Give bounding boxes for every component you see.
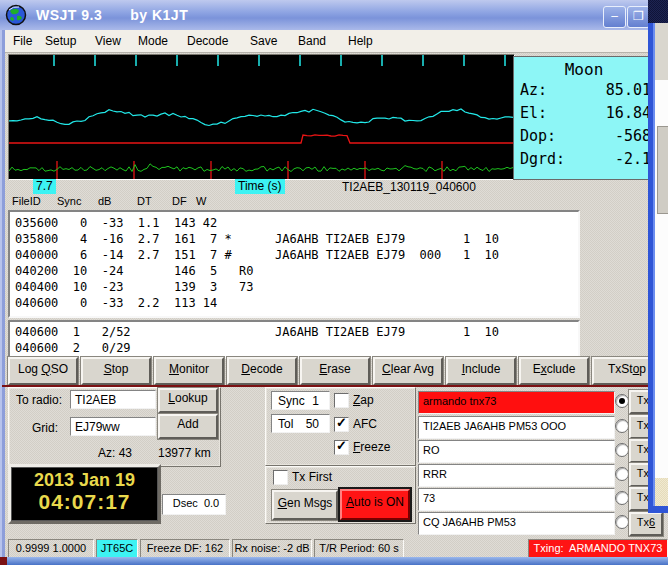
log-qso-button[interactable]: Log QSO: [8, 357, 78, 385]
menu-save[interactable]: Save: [250, 34, 277, 48]
distance-readout: 13977 km: [158, 446, 211, 460]
include-button[interactable]: Include: [446, 357, 516, 385]
to-radio-label: To radio:: [16, 393, 62, 407]
menu-file[interactable]: File: [13, 34, 32, 48]
background-window-titlebar: [648, 0, 668, 23]
tx1-radio[interactable]: [615, 394, 629, 408]
col-fileid: FileID: [12, 195, 41, 207]
current-file-label: TI2AEB_130119_040600: [342, 180, 476, 194]
tx-message-4[interactable]: RRR: [418, 464, 615, 487]
background-window-fragment: [648, 0, 668, 513]
lookup-button[interactable]: Lookup: [158, 388, 218, 413]
tx-message-1[interactable]: armando tnx73: [418, 391, 615, 414]
decode-output-area[interactable]: 035600 0 -33 1.1 143 42 035800 4 -16 2.7…: [8, 210, 580, 318]
globe-icon: [5, 4, 27, 26]
freeze-checkbox[interactable]: [334, 440, 349, 455]
clock-date: 2013 Jan 19: [11, 470, 158, 490]
zap-checkbox[interactable]: [334, 393, 349, 408]
decode-line: 035600 0 -33 1.1 143 42: [15, 215, 578, 231]
auto-toggle-button[interactable]: Auto is ON: [340, 489, 410, 520]
moon-az-value: 85.01: [606, 79, 651, 102]
moon-el-label: El:: [520, 102, 547, 125]
tx-message-5[interactable]: 73: [418, 488, 615, 511]
freeze-label: Freeze: [353, 440, 390, 454]
tol-value: 50: [306, 417, 319, 432]
menu-band[interactable]: Band: [298, 34, 326, 48]
moon-dgrd-label: Dgrd:: [520, 148, 565, 171]
tx6-radio[interactable]: [615, 515, 629, 529]
afc-label: AFC: [353, 417, 377, 431]
window-title: WSJT 9.3by K1JT: [36, 7, 188, 23]
moon-dop-value: -568: [615, 125, 651, 148]
exclude-button[interactable]: Exclude: [519, 357, 589, 385]
tx-message-6[interactable]: CQ JA6AHB PM53: [418, 512, 615, 535]
window-left-border: [0, 30, 5, 557]
taskbar-corner: [0, 557, 7, 565]
menu-bar: File Setup View Mode Decode Save Band He…: [5, 30, 668, 53]
tx2-radio[interactable]: [615, 419, 629, 433]
minimize-button[interactable]: –: [603, 6, 626, 28]
monitor-button[interactable]: Monitor: [154, 357, 224, 385]
sync-label: Sync: [278, 394, 305, 409]
clock-time: 04:07:17: [11, 490, 158, 514]
utc-clock: 2013 Jan 19 04:07:17: [8, 464, 161, 524]
erase-button[interactable]: Erase: [300, 357, 370, 385]
sync-spinner[interactable]: Sync1: [271, 391, 330, 410]
sync-value: 1: [312, 394, 319, 409]
background-window-statusbar: [655, 478, 668, 506]
stop-button[interactable]: Stop: [81, 357, 151, 385]
decode-column-headers: FileID Sync dB DT DF W: [0, 195, 600, 209]
tx-first-checkbox[interactable]: [273, 470, 288, 485]
decode-button[interactable]: Decode: [227, 357, 297, 385]
background-window-bottom-border: [648, 506, 668, 513]
col-dt: DT: [137, 195, 152, 207]
col-w: W: [196, 195, 206, 207]
avg-line: 040600 2 0/29: [15, 340, 578, 356]
tx6-button[interactable]: Tx6: [629, 512, 663, 536]
tx5-radio[interactable]: [615, 491, 629, 505]
maximize-button[interactable]: ❐: [627, 6, 650, 28]
taskbar-edge[interactable]: [0, 557, 668, 565]
col-sync: Sync: [57, 195, 81, 207]
moon-az-label: Az:: [520, 79, 547, 102]
title-bar[interactable]: WSJT 9.3by K1JT – ❐: [0, 0, 668, 30]
dsec-field[interactable]: Dsec 0.0: [162, 494, 226, 515]
spectrum-display[interactable]: [8, 54, 515, 180]
moon-dgrd-value: -2.1: [615, 148, 651, 171]
menu-help[interactable]: Help: [348, 34, 373, 48]
decode-line: 040200 10 -24 146 5 R0: [15, 263, 578, 279]
grid-input[interactable]: EJ79ww: [70, 417, 156, 436]
decode-line: 040600 0 -33 2.2 113 14: [15, 295, 578, 311]
tx-message-3[interactable]: RO: [418, 440, 615, 463]
tx-message-2[interactable]: TI2AEB JA6AHB PM53 OOO: [418, 416, 615, 439]
grid-label: Grid:: [32, 421, 58, 435]
col-df: DF: [172, 195, 187, 207]
moon-el-value: 16.84: [606, 102, 651, 125]
add-button[interactable]: Add: [158, 414, 218, 439]
menu-view[interactable]: View: [95, 34, 121, 48]
menu-mode[interactable]: Mode: [138, 34, 168, 48]
gen-msgs-button[interactable]: Gen Msgs: [272, 490, 338, 520]
time-axis-label: Time (s): [235, 179, 285, 194]
tx-first-label: Tx First: [292, 470, 332, 484]
clear-avg-button[interactable]: Clear Avg: [373, 357, 443, 385]
wsjt-window: WSJT 9.3by K1JT – ❐ File Setup View Mode…: [0, 0, 668, 557]
menu-setup[interactable]: Setup: [45, 34, 76, 48]
background-window-toolbar: [655, 23, 668, 80]
avg-line: 040600 1 2/52 JA6AHB TI2AEB EJ79 1 10: [15, 324, 578, 340]
decode-line: 040400 10 -23 139 3 73: [15, 279, 578, 295]
menu-decode[interactable]: Decode: [187, 34, 228, 48]
azimuth-readout: Az: 43: [98, 446, 132, 460]
freq-readout: 7.7: [33, 179, 56, 194]
to-radio-input[interactable]: TI2AEB: [70, 390, 156, 409]
tx3-radio[interactable]: [615, 443, 629, 457]
afc-checkbox[interactable]: [334, 417, 349, 432]
zap-label: Zap: [353, 393, 374, 407]
tx4-radio[interactable]: [615, 467, 629, 481]
background-window-scrollbar[interactable]: [657, 126, 668, 214]
col-db: dB: [98, 195, 111, 207]
moon-info-panel: Moon Az:85.01 El:16.84 Dop:-568 Dgrd:-2.…: [513, 56, 655, 180]
tol-label: Tol: [278, 417, 293, 432]
tol-spinner[interactable]: Tol50: [271, 414, 330, 433]
average-decode-area[interactable]: 040600 1 2/52 JA6AHB TI2AEB EJ79 1 10 04…: [8, 320, 580, 359]
